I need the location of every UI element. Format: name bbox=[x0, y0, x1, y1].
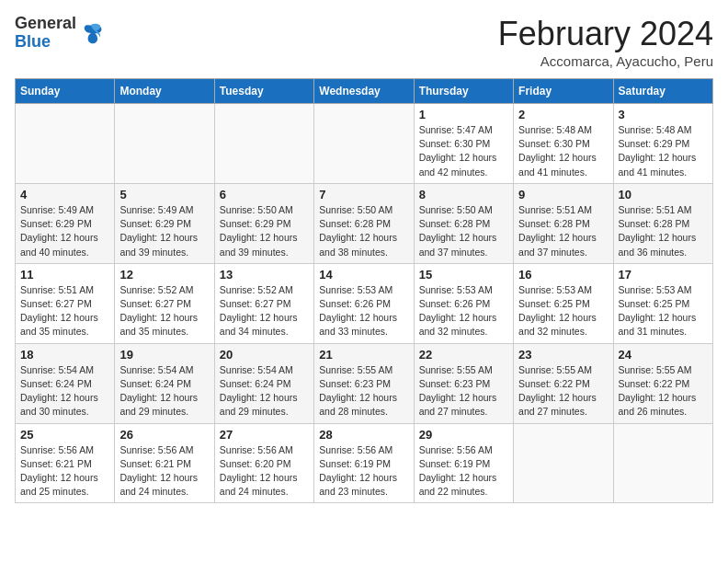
calendar-cell: 12Sunrise: 5:52 AMSunset: 6:27 PMDayligh… bbox=[115, 263, 214, 343]
day-info: Sunrise: 5:47 AMSunset: 6:30 PMDaylight:… bbox=[419, 123, 508, 179]
calendar-cell bbox=[16, 104, 115, 184]
month-title: February 2024 bbox=[498, 15, 713, 53]
calendar-cell: 8Sunrise: 5:50 AMSunset: 6:28 PMDaylight… bbox=[414, 183, 513, 263]
day-info: Sunrise: 5:52 AMSunset: 6:27 PMDaylight:… bbox=[119, 283, 209, 339]
day-number: 17 bbox=[619, 268, 708, 282]
calendar-cell: 15Sunrise: 5:53 AMSunset: 6:26 PMDayligh… bbox=[414, 263, 513, 343]
calendar-cell: 7Sunrise: 5:50 AMSunset: 6:28 PMDaylight… bbox=[314, 183, 414, 263]
day-number: 5 bbox=[119, 188, 209, 201]
day-number: 7 bbox=[319, 188, 408, 201]
logo-bird-icon bbox=[78, 20, 104, 46]
calendar-week-row: 25Sunrise: 5:56 AMSunset: 6:21 PMDayligh… bbox=[16, 423, 713, 503]
day-number: 6 bbox=[220, 188, 309, 201]
calendar-week-row: 4Sunrise: 5:49 AMSunset: 6:29 PMDaylight… bbox=[16, 183, 713, 263]
calendar-cell: 5Sunrise: 5:49 AMSunset: 6:29 PMDaylight… bbox=[115, 183, 214, 263]
day-number: 20 bbox=[220, 348, 309, 362]
header-sunday: Sunday bbox=[16, 79, 115, 104]
calendar-week-row: 11Sunrise: 5:51 AMSunset: 6:27 PMDayligh… bbox=[16, 263, 713, 343]
calendar-cell: 17Sunrise: 5:53 AMSunset: 6:25 PMDayligh… bbox=[613, 263, 712, 343]
calendar-cell: 6Sunrise: 5:50 AMSunset: 6:29 PMDaylight… bbox=[214, 183, 313, 263]
day-number: 14 bbox=[319, 268, 408, 282]
calendar-cell: 26Sunrise: 5:56 AMSunset: 6:21 PMDayligh… bbox=[115, 423, 214, 503]
calendar-cell: 3Sunrise: 5:48 AMSunset: 6:29 PMDaylight… bbox=[613, 104, 712, 184]
day-number: 15 bbox=[419, 268, 508, 282]
day-info: Sunrise: 5:48 AMSunset: 6:30 PMDaylight:… bbox=[518, 123, 608, 179]
header-friday: Friday bbox=[514, 79, 613, 104]
day-info: Sunrise: 5:56 AMSunset: 6:21 PMDaylight:… bbox=[119, 443, 209, 500]
calendar-week-row: 18Sunrise: 5:54 AMSunset: 6:24 PMDayligh… bbox=[16, 343, 713, 423]
day-number: 22 bbox=[419, 348, 508, 362]
calendar-cell: 13Sunrise: 5:52 AMSunset: 6:27 PMDayligh… bbox=[214, 263, 313, 343]
day-info: Sunrise: 5:54 AMSunset: 6:24 PMDaylight:… bbox=[119, 363, 209, 419]
day-number: 11 bbox=[20, 268, 109, 282]
day-info: Sunrise: 5:50 AMSunset: 6:28 PMDaylight:… bbox=[319, 203, 408, 259]
day-info: Sunrise: 5:53 AMSunset: 6:26 PMDaylight:… bbox=[319, 283, 408, 339]
logo-general-text: General bbox=[15, 14, 76, 32]
calendar-week-row: 1Sunrise: 5:47 AMSunset: 6:30 PMDaylight… bbox=[16, 104, 713, 184]
day-number: 4 bbox=[20, 188, 109, 201]
calendar-cell: 9Sunrise: 5:51 AMSunset: 6:28 PMDaylight… bbox=[514, 183, 613, 263]
day-info: Sunrise: 5:48 AMSunset: 6:29 PMDaylight:… bbox=[619, 123, 708, 179]
calendar-cell: 28Sunrise: 5:56 AMSunset: 6:19 PMDayligh… bbox=[314, 423, 414, 503]
day-number: 18 bbox=[20, 348, 109, 362]
header-wednesday: Wednesday bbox=[314, 79, 414, 104]
calendar-cell: 23Sunrise: 5:55 AMSunset: 6:22 PMDayligh… bbox=[514, 343, 613, 423]
calendar-cell: 1Sunrise: 5:47 AMSunset: 6:30 PMDaylight… bbox=[414, 104, 513, 184]
calendar-cell: 25Sunrise: 5:56 AMSunset: 6:21 PMDayligh… bbox=[16, 423, 115, 503]
day-number: 3 bbox=[619, 108, 708, 121]
logo: General Blue bbox=[15, 15, 104, 52]
calendar-body: 1Sunrise: 5:47 AMSunset: 6:30 PMDaylight… bbox=[16, 104, 713, 503]
day-number: 19 bbox=[119, 348, 209, 362]
calendar-cell bbox=[314, 104, 414, 184]
day-number: 13 bbox=[220, 268, 309, 282]
day-info: Sunrise: 5:53 AMSunset: 6:26 PMDaylight:… bbox=[419, 283, 508, 339]
calendar-cell: 11Sunrise: 5:51 AMSunset: 6:27 PMDayligh… bbox=[16, 263, 115, 343]
page-header: General Blue February 2024 Accomarca, Ay… bbox=[15, 15, 713, 69]
day-info: Sunrise: 5:56 AMSunset: 6:21 PMDaylight:… bbox=[20, 443, 109, 500]
day-number: 16 bbox=[518, 268, 608, 282]
calendar-cell: 29Sunrise: 5:56 AMSunset: 6:19 PMDayligh… bbox=[414, 423, 513, 503]
calendar-cell bbox=[214, 104, 313, 184]
calendar-cell: 2Sunrise: 5:48 AMSunset: 6:30 PMDaylight… bbox=[514, 104, 613, 184]
calendar-cell: 14Sunrise: 5:53 AMSunset: 6:26 PMDayligh… bbox=[314, 263, 414, 343]
day-info: Sunrise: 5:54 AMSunset: 6:24 PMDaylight:… bbox=[20, 363, 109, 419]
calendar-cell: 24Sunrise: 5:55 AMSunset: 6:22 PMDayligh… bbox=[613, 343, 712, 423]
day-info: Sunrise: 5:56 AMSunset: 6:20 PMDaylight:… bbox=[220, 443, 309, 500]
day-info: Sunrise: 5:53 AMSunset: 6:25 PMDaylight:… bbox=[518, 283, 608, 339]
calendar-header: SundayMondayTuesdayWednesdayThursdayFrid… bbox=[16, 79, 713, 104]
calendar-cell: 4Sunrise: 5:49 AMSunset: 6:29 PMDaylight… bbox=[16, 183, 115, 263]
day-number: 10 bbox=[619, 188, 708, 201]
day-number: 9 bbox=[518, 188, 608, 201]
day-number: 8 bbox=[419, 188, 508, 201]
calendar-cell: 21Sunrise: 5:55 AMSunset: 6:23 PMDayligh… bbox=[314, 343, 414, 423]
day-info: Sunrise: 5:54 AMSunset: 6:24 PMDaylight:… bbox=[220, 363, 309, 419]
day-number: 27 bbox=[220, 428, 309, 442]
calendar-cell bbox=[514, 423, 613, 503]
day-info: Sunrise: 5:55 AMSunset: 6:23 PMDaylight:… bbox=[419, 363, 508, 419]
calendar-table: SundayMondayTuesdayWednesdayThursdayFrid… bbox=[15, 78, 713, 503]
calendar-cell bbox=[613, 423, 712, 503]
day-info: Sunrise: 5:49 AMSunset: 6:29 PMDaylight:… bbox=[119, 203, 209, 259]
day-number: 23 bbox=[518, 348, 608, 362]
day-info: Sunrise: 5:51 AMSunset: 6:27 PMDaylight:… bbox=[20, 283, 109, 339]
day-number: 12 bbox=[119, 268, 209, 282]
calendar-cell: 22Sunrise: 5:55 AMSunset: 6:23 PMDayligh… bbox=[414, 343, 513, 423]
header-thursday: Thursday bbox=[414, 79, 513, 104]
day-info: Sunrise: 5:51 AMSunset: 6:28 PMDaylight:… bbox=[518, 203, 608, 259]
day-info: Sunrise: 5:56 AMSunset: 6:19 PMDaylight:… bbox=[319, 443, 408, 500]
day-info: Sunrise: 5:55 AMSunset: 6:22 PMDaylight:… bbox=[518, 363, 608, 419]
day-info: Sunrise: 5:50 AMSunset: 6:29 PMDaylight:… bbox=[220, 203, 309, 259]
calendar-cell: 19Sunrise: 5:54 AMSunset: 6:24 PMDayligh… bbox=[115, 343, 214, 423]
day-number: 29 bbox=[419, 428, 508, 442]
calendar-cell: 10Sunrise: 5:51 AMSunset: 6:28 PMDayligh… bbox=[613, 183, 712, 263]
day-number: 24 bbox=[619, 348, 708, 362]
day-info: Sunrise: 5:56 AMSunset: 6:19 PMDaylight:… bbox=[419, 443, 508, 500]
calendar-cell: 16Sunrise: 5:53 AMSunset: 6:25 PMDayligh… bbox=[514, 263, 613, 343]
day-number: 26 bbox=[119, 428, 209, 442]
calendar-cell bbox=[115, 104, 214, 184]
header-monday: Monday bbox=[115, 79, 214, 104]
calendar-cell: 20Sunrise: 5:54 AMSunset: 6:24 PMDayligh… bbox=[214, 343, 313, 423]
header-row: SundayMondayTuesdayWednesdayThursdayFrid… bbox=[16, 79, 713, 104]
calendar-cell: 27Sunrise: 5:56 AMSunset: 6:20 PMDayligh… bbox=[214, 423, 313, 503]
day-number: 21 bbox=[319, 348, 408, 362]
